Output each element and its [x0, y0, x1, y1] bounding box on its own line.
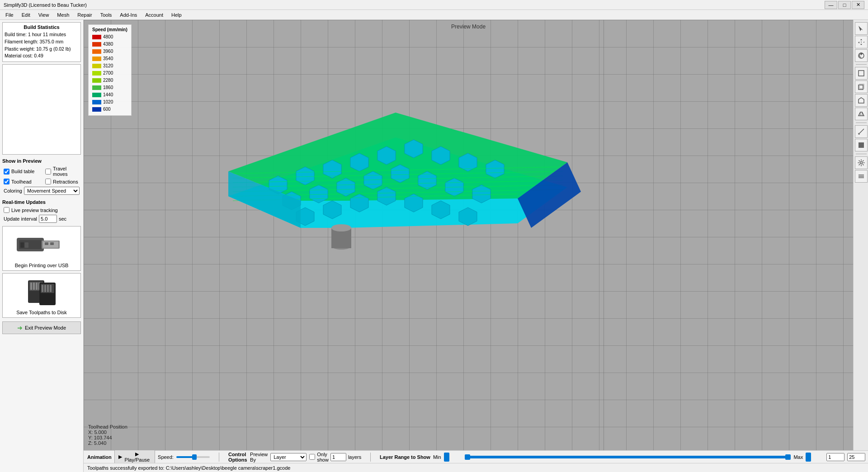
layer-min-thumb[interactable]: [465, 454, 470, 460]
legend-value-4380: 4380: [103, 41, 113, 48]
layer-max-thumb[interactable]: [785, 454, 791, 460]
layer-min-input[interactable]: [826, 453, 844, 461]
status-text: Toolpaths successfully exported to: C:\U…: [87, 465, 290, 471]
build-table-checkbox[interactable]: [4, 169, 9, 175]
title-bar: Simplify3D (Licensed to Beau Tucker) — □…: [0, 0, 868, 10]
front-view-button[interactable]: [855, 67, 868, 80]
show-in-preview-section: Show in Preview Build table Travel moves…: [0, 157, 83, 196]
usb-button-label: Begin Printing over USB: [15, 263, 69, 268]
top-view-button[interactable]: [855, 94, 868, 107]
toolhead-position: Toolhead Position X: 5.000 Y: 103.744 Z:…: [88, 424, 127, 446]
close-button[interactable]: ✕: [852, 1, 864, 9]
update-interval-unit: sec: [59, 216, 66, 222]
control-options-section: Control Options Preview By Layer Continu…: [228, 452, 361, 463]
speed-legend-title: Speed (mm/min): [92, 27, 127, 32]
legend-row-6: 2280: [92, 77, 127, 84]
legend-value-3540: 3540: [103, 55, 113, 62]
legend-color-1440: [92, 93, 101, 97]
max-slider-thumb[interactable]: [806, 453, 811, 462]
animation-section: Animation ▶ ▶ Play/Pause Speed:: [87, 450, 210, 464]
select-tool-button[interactable]: [855, 22, 868, 35]
viewport-and-right: Preview Mode Speed (mm/min) 4800 4380 39…: [84, 20, 868, 450]
menu-addins[interactable]: Add-Ins: [116, 11, 141, 19]
layers-count-input[interactable]: [330, 453, 346, 461]
update-interval-label: Update interval: [4, 216, 37, 222]
legend-row-10: 600: [92, 106, 127, 113]
legend-color-1020: [92, 100, 101, 104]
travel-moves-checkbox[interactable]: [45, 169, 51, 175]
svg-marker-62: [859, 112, 864, 116]
legend-value-3120: 3120: [103, 62, 113, 70]
min-label: Min: [433, 454, 441, 460]
rotate-tool-button[interactable]: [855, 49, 868, 62]
svg-rect-6: [20, 242, 24, 248]
menu-mesh[interactable]: Mesh: [53, 11, 73, 19]
sd-button-label: Save Toolpaths to Disk: [16, 310, 67, 315]
update-interval-input[interactable]: [39, 215, 57, 223]
realtime-label: Real-time Updates: [0, 198, 83, 206]
legend-color-4800: [92, 35, 101, 39]
menu-tools[interactable]: Tools: [97, 11, 116, 19]
move-tool-button[interactable]: [855, 36, 868, 48]
menu-file[interactable]: File: [2, 11, 17, 19]
legend-row-4: 3120: [92, 62, 127, 70]
toolhead-x: X: 5.000: [88, 430, 127, 435]
legend-row-3: 3540: [92, 55, 127, 62]
side-view-icon: [858, 83, 865, 90]
layers-button[interactable]: [855, 170, 868, 183]
build-stats-title: Build Statistics: [5, 24, 79, 30]
separator-2: [370, 453, 371, 462]
maximize-button[interactable]: □: [838, 1, 851, 9]
layer-range-fill: [465, 456, 791, 458]
build-table-row: Build table: [0, 165, 42, 178]
live-preview-checkbox[interactable]: [4, 207, 9, 213]
svg-rect-19: [50, 285, 52, 292]
3d-viewport[interactable]: Preview Mode Speed (mm/min) 4800 4380 39…: [84, 20, 853, 450]
show-in-preview-label: Show in Preview: [0, 157, 83, 165]
toolhead-checkbox[interactable]: [4, 179, 9, 184]
menu-bar: File Edit View Mesh Repair Tools Add-Ins…: [0, 10, 868, 20]
menu-view[interactable]: View: [35, 11, 53, 19]
measure-tool-button[interactable]: [855, 125, 868, 138]
play-pause-button[interactable]: ▶ ▶ Play/Pause: [114, 450, 155, 464]
fill-tool-button[interactable]: [855, 139, 868, 151]
legend-color-600: [92, 107, 101, 112]
layer-max-input[interactable]: [847, 453, 865, 461]
retractions-checkbox[interactable]: [45, 179, 51, 184]
coloring-label: Coloring: [4, 188, 22, 194]
menu-repair[interactable]: Repair: [74, 11, 95, 19]
legend-value-600: 600: [103, 106, 111, 113]
usb-button-area[interactable]: Begin Printing over USB: [2, 226, 81, 271]
front-view-icon: [858, 70, 865, 77]
svg-rect-17: [44, 285, 46, 292]
menu-help[interactable]: Help: [168, 11, 185, 19]
speed-slider[interactable]: [176, 456, 210, 458]
max-slider-container: [806, 453, 824, 462]
3d-model: [174, 56, 581, 260]
menu-edit[interactable]: Edit: [18, 11, 34, 19]
menu-account[interactable]: Account: [142, 11, 167, 19]
svg-rect-11: [33, 283, 35, 290]
exit-preview-label: Exit Preview Mode: [25, 325, 66, 330]
layer-range-slider[interactable]: [465, 456, 791, 458]
svg-line-65: [859, 129, 864, 134]
settings-button[interactable]: [855, 156, 868, 169]
min-slider-thumb[interactable]: [444, 453, 449, 462]
sd-button-area[interactable]: Save Toolpaths to Disk: [2, 273, 81, 318]
perspective-view-button[interactable]: [855, 108, 868, 120]
legend-row-0: 4800: [92, 33, 127, 41]
side-view-button[interactable]: [855, 80, 868, 93]
usb-image: [17, 229, 66, 261]
only-show-checkbox[interactable]: [309, 454, 315, 460]
window-controls: — □ ✕: [825, 1, 864, 9]
preview-by-select[interactable]: Layer Continuous: [270, 453, 307, 461]
toolhead-z: Z: 5.040: [88, 440, 127, 446]
legend-row-1: 4380: [92, 41, 127, 48]
legend-value-1020: 1020: [103, 99, 113, 106]
material-cost-line: Material cost: 0.49: [5, 52, 79, 60]
minimize-button[interactable]: —: [825, 1, 837, 9]
exit-preview-button[interactable]: ➜ Exit Preview Mode: [2, 321, 81, 334]
legend-row-8: 1440: [92, 91, 127, 99]
svg-point-57: [331, 224, 351, 231]
coloring-select[interactable]: Movement Speed Feature Type Layer: [24, 187, 80, 195]
